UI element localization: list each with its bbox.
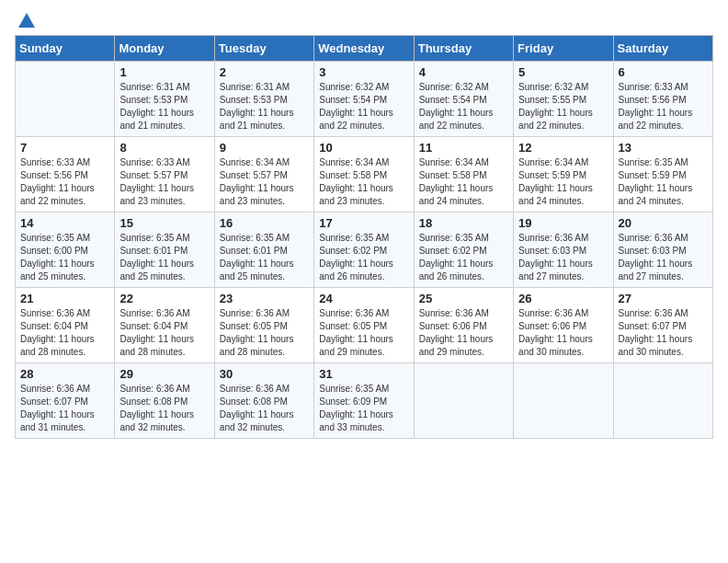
- day-number: 31: [319, 367, 408, 381]
- day-number: 1: [119, 65, 209, 79]
- day-info: Sunrise: 6:35 AMSunset: 6:09 PMDaylight:…: [319, 383, 408, 434]
- day-info: Sunrise: 6:36 AMSunset: 6:04 PMDaylight:…: [119, 307, 209, 359]
- day-number: 19: [518, 216, 608, 230]
- calendar-cell: 29Sunrise: 6:36 AMSunset: 6:08 PMDayligh…: [115, 363, 214, 439]
- calendar-cell: [16, 62, 115, 137]
- calendar-week-row: 28Sunrise: 6:36 AMSunset: 6:07 PMDayligh…: [16, 363, 713, 439]
- day-number: 7: [20, 141, 109, 155]
- day-number: 15: [119, 216, 209, 230]
- calendar-cell: 19Sunrise: 6:36 AMSunset: 6:03 PMDayligh…: [514, 213, 613, 288]
- day-info: Sunrise: 6:34 AMSunset: 5:58 PMDaylight:…: [419, 156, 508, 208]
- calendar-cell: 17Sunrise: 6:35 AMSunset: 6:02 PMDayligh…: [314, 213, 414, 288]
- day-number: 21: [20, 292, 109, 305]
- calendar-cell: 12Sunrise: 6:34 AMSunset: 5:59 PMDayligh…: [514, 137, 613, 213]
- day-number: 3: [319, 65, 408, 79]
- calendar-cell: 13Sunrise: 6:35 AMSunset: 5:59 PMDayligh…: [613, 137, 712, 213]
- day-info: Sunrise: 6:36 AMSunset: 6:06 PMDaylight:…: [518, 307, 608, 359]
- day-info: Sunrise: 6:32 AMSunset: 5:54 PMDaylight:…: [419, 81, 508, 132]
- calendar-cell: 18Sunrise: 6:35 AMSunset: 6:02 PMDayligh…: [414, 213, 513, 288]
- day-info: Sunrise: 6:34 AMSunset: 5:58 PMDaylight:…: [319, 156, 408, 208]
- calendar-cell: 3Sunrise: 6:32 AMSunset: 5:54 PMDaylight…: [314, 62, 414, 137]
- day-number: 27: [619, 292, 708, 305]
- day-info: Sunrise: 6:32 AMSunset: 5:54 PMDaylight:…: [319, 81, 408, 132]
- day-info: Sunrise: 6:36 AMSunset: 6:05 PMDaylight:…: [319, 307, 408, 359]
- day-info: Sunrise: 6:31 AMSunset: 5:53 PMDaylight:…: [220, 81, 309, 132]
- day-info: Sunrise: 6:35 AMSunset: 6:02 PMDaylight:…: [319, 232, 408, 283]
- calendar-day-header: Friday: [514, 36, 613, 62]
- day-number: 26: [518, 292, 608, 305]
- calendar-day-header: Sunday: [16, 36, 115, 62]
- page-header: [15, 15, 713, 28]
- calendar-header-row: SundayMondayTuesdayWednesdayThursdayFrid…: [16, 36, 713, 62]
- day-info: Sunrise: 6:34 AMSunset: 5:59 PMDaylight:…: [518, 156, 608, 208]
- day-info: Sunrise: 6:36 AMSunset: 6:04 PMDaylight:…: [20, 307, 109, 359]
- day-number: 16: [220, 216, 309, 230]
- day-number: 12: [518, 141, 608, 155]
- day-number: 18: [419, 216, 508, 230]
- calendar-cell: 28Sunrise: 6:36 AMSunset: 6:07 PMDayligh…: [16, 363, 115, 439]
- day-number: 25: [419, 292, 508, 305]
- calendar-cell: 11Sunrise: 6:34 AMSunset: 5:58 PMDayligh…: [414, 137, 513, 213]
- calendar-cell: 21Sunrise: 6:36 AMSunset: 6:04 PMDayligh…: [16, 288, 115, 363]
- day-info: Sunrise: 6:32 AMSunset: 5:55 PMDaylight:…: [518, 81, 608, 132]
- day-info: Sunrise: 6:34 AMSunset: 5:57 PMDaylight:…: [220, 156, 309, 208]
- calendar-cell: 4Sunrise: 6:32 AMSunset: 5:54 PMDaylight…: [414, 62, 513, 137]
- day-number: 23: [220, 292, 309, 305]
- calendar-cell: 20Sunrise: 6:36 AMSunset: 6:03 PMDayligh…: [613, 213, 712, 288]
- day-number: 29: [119, 367, 209, 381]
- day-info: Sunrise: 6:35 AMSunset: 6:01 PMDaylight:…: [220, 232, 309, 283]
- calendar-cell: 25Sunrise: 6:36 AMSunset: 6:06 PMDayligh…: [414, 288, 513, 363]
- day-number: 8: [119, 141, 209, 155]
- calendar-cell: 26Sunrise: 6:36 AMSunset: 6:06 PMDayligh…: [514, 288, 613, 363]
- calendar-cell: [514, 363, 613, 439]
- day-info: Sunrise: 6:36 AMSunset: 6:03 PMDaylight:…: [619, 232, 708, 283]
- calendar-cell: 6Sunrise: 6:33 AMSunset: 5:56 PMDaylight…: [613, 62, 712, 137]
- calendar-day-header: Tuesday: [214, 36, 313, 62]
- day-info: Sunrise: 6:36 AMSunset: 6:07 PMDaylight:…: [619, 307, 708, 359]
- day-number: 14: [20, 216, 109, 230]
- day-number: 30: [220, 367, 309, 381]
- calendar-week-row: 21Sunrise: 6:36 AMSunset: 6:04 PMDayligh…: [16, 288, 713, 363]
- day-info: Sunrise: 6:33 AMSunset: 5:56 PMDaylight:…: [619, 81, 708, 132]
- day-info: Sunrise: 6:35 AMSunset: 6:01 PMDaylight:…: [119, 232, 209, 283]
- day-number: 2: [220, 65, 309, 79]
- calendar-cell: 31Sunrise: 6:35 AMSunset: 6:09 PMDayligh…: [314, 363, 414, 439]
- calendar-week-row: 14Sunrise: 6:35 AMSunset: 6:00 PMDayligh…: [16, 213, 713, 288]
- calendar-day-header: Wednesday: [314, 36, 414, 62]
- day-number: 6: [619, 65, 708, 79]
- day-number: 13: [619, 141, 708, 155]
- day-number: 17: [319, 216, 408, 230]
- day-info: Sunrise: 6:35 AMSunset: 6:02 PMDaylight:…: [419, 232, 508, 283]
- calendar-week-row: 7Sunrise: 6:33 AMSunset: 5:56 PMDaylight…: [16, 137, 713, 213]
- day-info: Sunrise: 6:36 AMSunset: 6:08 PMDaylight:…: [119, 383, 209, 434]
- calendar-body: 1Sunrise: 6:31 AMSunset: 5:53 PMDaylight…: [16, 62, 713, 439]
- day-info: Sunrise: 6:35 AMSunset: 6:00 PMDaylight:…: [20, 232, 109, 283]
- calendar-cell: 16Sunrise: 6:35 AMSunset: 6:01 PMDayligh…: [214, 213, 313, 288]
- calendar-cell: 23Sunrise: 6:36 AMSunset: 6:05 PMDayligh…: [214, 288, 313, 363]
- calendar-cell: 8Sunrise: 6:33 AMSunset: 5:57 PMDaylight…: [115, 137, 214, 213]
- calendar-cell: 24Sunrise: 6:36 AMSunset: 6:05 PMDayligh…: [314, 288, 414, 363]
- calendar-cell: 10Sunrise: 6:34 AMSunset: 5:58 PMDayligh…: [314, 137, 414, 213]
- day-number: 9: [220, 141, 309, 155]
- day-number: 11: [419, 141, 508, 155]
- calendar-cell: 27Sunrise: 6:36 AMSunset: 6:07 PMDayligh…: [613, 288, 712, 363]
- calendar-day-header: Thursday: [414, 36, 513, 62]
- calendar-cell: 30Sunrise: 6:36 AMSunset: 6:08 PMDayligh…: [214, 363, 313, 439]
- svg-marker-0: [18, 13, 35, 28]
- day-number: 10: [319, 141, 408, 155]
- day-info: Sunrise: 6:33 AMSunset: 5:57 PMDaylight:…: [119, 156, 209, 208]
- calendar-cell: 5Sunrise: 6:32 AMSunset: 5:55 PMDaylight…: [514, 62, 613, 137]
- day-number: 24: [319, 292, 408, 305]
- day-number: 4: [419, 65, 508, 79]
- calendar-cell: 14Sunrise: 6:35 AMSunset: 6:00 PMDayligh…: [16, 213, 115, 288]
- logo: [15, 15, 37, 28]
- calendar-cell: [613, 363, 712, 439]
- calendar-cell: 1Sunrise: 6:31 AMSunset: 5:53 PMDaylight…: [115, 62, 214, 137]
- day-info: Sunrise: 6:31 AMSunset: 5:53 PMDaylight:…: [119, 81, 209, 132]
- calendar-table: SundayMondayTuesdayWednesdayThursdayFrid…: [15, 35, 713, 439]
- day-info: Sunrise: 6:36 AMSunset: 6:06 PMDaylight:…: [419, 307, 508, 359]
- day-number: 22: [119, 292, 209, 305]
- calendar-cell: 2Sunrise: 6:31 AMSunset: 5:53 PMDaylight…: [214, 62, 313, 137]
- calendar-cell: [414, 363, 513, 439]
- logo-icon: [17, 11, 37, 31]
